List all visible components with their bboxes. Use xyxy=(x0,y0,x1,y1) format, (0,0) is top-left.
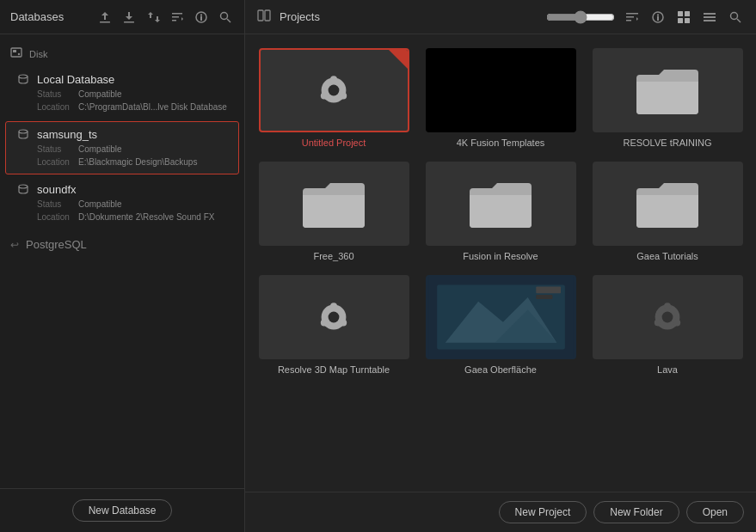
grid-view-icon[interactable] xyxy=(675,9,692,26)
svg-point-14 xyxy=(19,130,28,133)
svg-rect-1 xyxy=(124,21,134,23)
search-icon[interactable] xyxy=(217,9,234,26)
new-project-button[interactable]: New Project xyxy=(499,501,587,523)
svg-point-12 xyxy=(18,53,20,55)
projects-grid: Untitled Project 4K Fusion Templates RES… xyxy=(245,34,756,492)
left-footer: New Database xyxy=(0,488,244,532)
database-item-0[interactable]: Local Database Status Compatible Locatio… xyxy=(5,66,239,119)
svg-rect-23 xyxy=(657,14,659,15)
database-list: Local Database Status Compatible Locatio… xyxy=(0,66,244,229)
svg-rect-48 xyxy=(536,295,552,299)
project-label-7: Gaea Oberfläche xyxy=(464,364,537,375)
left-header-icons xyxy=(96,9,234,26)
svg-rect-28 xyxy=(704,13,716,15)
project-item-6[interactable]: Resolve 3D Map Turntable xyxy=(255,275,412,375)
project-item-4[interactable]: Fusion in Resolve xyxy=(422,162,579,261)
svg-rect-47 xyxy=(536,287,561,294)
svg-point-34 xyxy=(329,85,340,96)
project-thumb-6 xyxy=(259,275,409,359)
svg-point-15 xyxy=(19,185,28,188)
svg-point-35 xyxy=(330,76,337,83)
project-thumb-1 xyxy=(426,48,576,132)
new-folder-button[interactable]: New Folder xyxy=(593,501,679,523)
db-item-meta-1: Status Compatible Location E:\Blackmagic… xyxy=(16,143,228,168)
project-label-8: Lava xyxy=(657,364,678,375)
project-item-2[interactable]: RESOLVE tRAINING xyxy=(589,48,746,148)
svg-rect-22 xyxy=(657,16,659,21)
db-item-name-2: soundfx xyxy=(37,183,77,196)
svg-rect-26 xyxy=(678,18,683,23)
svg-rect-11 xyxy=(13,50,16,52)
open-button[interactable]: Open xyxy=(686,501,744,523)
svg-line-9 xyxy=(227,19,230,22)
panel-toggle-icon[interactable] xyxy=(257,9,271,25)
size-slider-container[interactable] xyxy=(546,10,615,24)
project-label-4: Fusion in Resolve xyxy=(463,251,538,261)
db-item-meta-0: Status Compatible Location C:\ProgramDat… xyxy=(16,88,228,113)
left-header: Databases xyxy=(0,0,244,34)
svg-rect-4 xyxy=(172,20,176,21)
left-panel: Databases xyxy=(0,0,245,532)
disk-section-label: Disk xyxy=(0,41,244,64)
sort-projects-icon[interactable] xyxy=(624,9,641,26)
svg-rect-18 xyxy=(626,13,638,15)
svg-rect-7 xyxy=(200,14,202,15)
info-icon[interactable] xyxy=(193,9,210,26)
project-label-1: 4K Fusion Templates xyxy=(457,138,545,148)
svg-rect-0 xyxy=(100,21,110,23)
project-item-1[interactable]: 4K Fusion Templates xyxy=(422,48,579,148)
right-panel: Projects xyxy=(245,0,756,532)
svg-point-50 xyxy=(662,312,673,323)
sort-icon[interactable] xyxy=(169,9,186,26)
project-label-5: Gaea Tutorials xyxy=(636,251,698,261)
project-item-5[interactable]: Gaea Tutorials xyxy=(589,162,746,261)
project-thumb-3 xyxy=(259,162,409,246)
size-slider[interactable] xyxy=(546,10,615,24)
right-header-icons xyxy=(546,9,744,26)
project-item-0[interactable]: Untitled Project xyxy=(255,48,412,148)
svg-rect-19 xyxy=(626,16,634,18)
upload-icon[interactable] xyxy=(96,9,114,26)
svg-point-40 xyxy=(330,303,337,309)
project-thumb-4 xyxy=(426,162,576,246)
svg-rect-17 xyxy=(265,10,270,21)
right-header: Projects xyxy=(245,0,756,34)
list-view-icon[interactable] xyxy=(701,9,718,26)
project-item-8[interactable]: Lava xyxy=(589,275,746,375)
new-database-button[interactable]: New Database xyxy=(72,499,173,522)
database-item-2[interactable]: soundfx Status Compatible Location D:\Do… xyxy=(5,176,239,229)
project-thumb-2 xyxy=(593,48,743,132)
database-item-1[interactable]: samsung_ts Status Compatible Location E:… xyxy=(5,121,239,174)
db-item-name-1: samsung_ts xyxy=(37,128,97,141)
svg-point-13 xyxy=(19,75,28,78)
project-label-3: Free_360 xyxy=(313,251,353,261)
project-label-2: RESOLVE tRAINING xyxy=(623,138,711,148)
svg-point-39 xyxy=(329,312,340,323)
svg-rect-24 xyxy=(678,11,683,16)
postgresql-item[interactable]: ↩ PostgreSQL xyxy=(0,231,244,258)
svg-rect-10 xyxy=(11,48,22,57)
disk-icon xyxy=(10,46,22,61)
svg-point-37 xyxy=(321,92,328,99)
db-item-icon-0 xyxy=(16,72,30,86)
project-label-0: Untitled Project xyxy=(302,138,366,148)
svg-point-41 xyxy=(340,319,347,326)
svg-point-42 xyxy=(321,319,328,326)
transfer-icon[interactable] xyxy=(144,9,162,26)
svg-rect-30 xyxy=(704,20,716,21)
db-item-icon-1 xyxy=(16,127,30,141)
svg-point-36 xyxy=(340,92,347,99)
search-projects-icon[interactable] xyxy=(727,9,744,26)
projects-title: Projects xyxy=(280,10,320,23)
project-thumb-8 xyxy=(593,275,743,359)
svg-rect-27 xyxy=(685,18,690,23)
svg-point-53 xyxy=(655,319,661,326)
svg-rect-20 xyxy=(626,20,631,21)
download-icon[interactable] xyxy=(120,9,138,26)
svg-rect-29 xyxy=(704,16,716,18)
info-projects-icon[interactable] xyxy=(649,9,667,26)
svg-rect-16 xyxy=(258,10,263,21)
project-item-7[interactable]: Gaea Oberfläche xyxy=(422,275,579,375)
project-label-6: Resolve 3D Map Turntable xyxy=(278,364,390,375)
project-item-3[interactable]: Free_360 xyxy=(255,162,412,261)
